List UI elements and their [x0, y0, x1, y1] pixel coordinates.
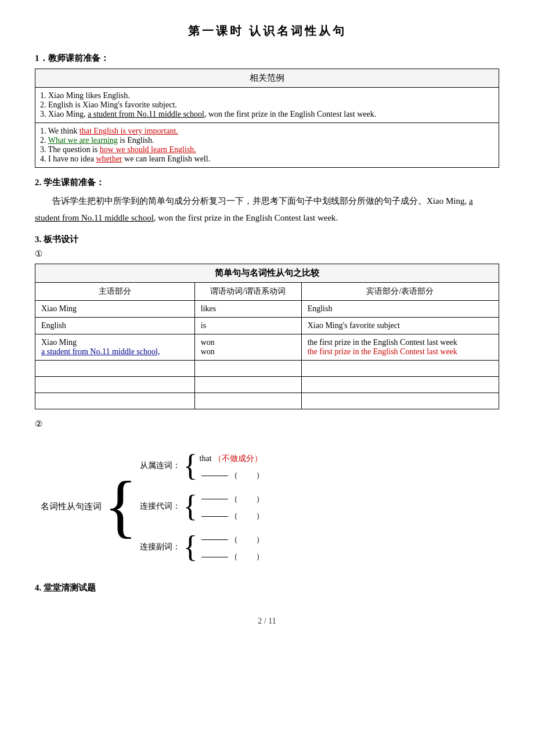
blank-field	[201, 539, 228, 540]
examples-table-title: 相关范例	[35, 69, 499, 88]
cell	[35, 393, 195, 409]
examples-table: 相关范例 1. Xiao Ming likes English. 2. Engl…	[35, 69, 499, 168]
cell: the first prize in the English Contest l…	[301, 334, 499, 361]
highlighted-text: What we are learning	[48, 136, 118, 145]
blank-field	[201, 499, 228, 499]
underline-text: a student from No.11 middle school	[35, 196, 473, 222]
row-label: 从属连词：	[140, 460, 181, 471]
page-footer: 2 / 11	[35, 617, 499, 626]
brace-sm-icon: {	[183, 532, 198, 561]
compare-table: 简单句与名词性从句之比较 主语部分 谓语动词/谓语系动词 宾语部分/表语部分 X…	[35, 264, 499, 409]
section4-header: 4. 堂堂清测试题	[35, 582, 499, 593]
sub-item: （ ）	[200, 548, 265, 565]
example-line: 4. I have no idea whether we can learn E…	[40, 154, 494, 164]
section1-header: 1．教师课前准备：	[35, 53, 499, 64]
underline-text: a student from No.11 middle school	[88, 110, 204, 118]
cell	[194, 393, 301, 409]
table-row: English is Xiao Ming's favorite subject	[35, 318, 499, 334]
cell: likes	[194, 301, 301, 318]
highlighted-text: how we should learn English.	[100, 145, 196, 154]
row-label: 连接副词：	[140, 542, 181, 552]
table-row: Xiao Ming a student from No.11 middle sc…	[35, 334, 499, 361]
group2-cell: 1. We think that English is very importa…	[35, 123, 499, 168]
group1-cell: 1. Xiao Ming likes English. 2. English i…	[35, 88, 499, 123]
cell	[35, 377, 195, 393]
cell	[35, 361, 195, 377]
example-line: 1. We think that English is very importa…	[40, 127, 494, 136]
word-that: that	[200, 450, 212, 467]
circle2-label: ②	[35, 419, 499, 429]
paren-text: （ ）	[230, 467, 265, 484]
diagram-mid: 从属连词： { that （不做成分） （ ） 连接代词： {	[140, 440, 264, 573]
example-line: 3. The question is how we should learn E…	[40, 145, 494, 154]
cell: wonwon	[194, 334, 301, 361]
table-row	[35, 377, 499, 393]
example-line: 1. Xiao Ming likes English.	[40, 91, 494, 100]
note-text: （不做成分）	[214, 450, 262, 467]
paren-text: （ ）	[230, 491, 265, 507]
cell: Xiao Ming a student from No.11 middle sc…	[35, 334, 195, 361]
paren-text: （ ）	[230, 531, 265, 548]
cell: Xiao Ming's favorite subject	[301, 318, 499, 334]
blank-field	[201, 516, 228, 517]
blank-field	[201, 476, 228, 476]
diagram-sub-2: （ ） （ ）	[200, 491, 265, 522]
table-row: Xiao Ming likes English	[35, 301, 499, 318]
col-header-2: 谓语动词/谓语系动词	[194, 283, 301, 301]
cell	[301, 377, 499, 393]
col-header-3: 宾语部分/表语部分	[301, 283, 499, 301]
cell	[194, 361, 301, 377]
cell	[301, 393, 499, 409]
cell: English	[35, 318, 195, 334]
diagram-section: 名词性从句连词 { 从属连词： { that （不做成分） （ ）	[35, 440, 499, 573]
diagram-row-2: 连接代词： { （ ） （ ）	[140, 491, 264, 522]
compare-table-title: 简单句与名词性从句之比较	[35, 264, 499, 283]
example-line: 2. What we are learning is English.	[40, 136, 494, 145]
example-line: 3. Xiao Ming, a student from No.11 middl…	[40, 110, 494, 119]
table-row	[35, 393, 499, 409]
sub-item: （ ）	[200, 467, 265, 484]
paren-text: （ ）	[230, 507, 265, 524]
cell: English	[301, 301, 499, 318]
sub-item: that （不做成分）	[200, 450, 265, 467]
sub-item: （ ）	[200, 491, 265, 507]
circle1-label: ①	[35, 249, 499, 259]
diagram-wrap: 名词性从句连词 { 从属连词： { that （不做成分） （ ）	[41, 440, 499, 573]
table-row	[35, 361, 499, 377]
table-row: 1. Xiao Ming likes English. 2. English i…	[35, 88, 499, 123]
table-row: 1. We think that English is very importa…	[35, 123, 499, 168]
diagram-main-label: 名词性从句连词	[41, 501, 102, 512]
sub-item: （ ）	[200, 507, 265, 524]
brace-sm-icon: {	[183, 451, 198, 480]
highlighted-text: whether	[96, 154, 122, 163]
cell	[194, 377, 301, 393]
brace-sm-icon: {	[183, 492, 198, 520]
section2-text: 告诉学生把初中所学到的简单句成分分析复习一下，并思考下面句子中划线部分所做的句子…	[35, 193, 499, 226]
col-header-1: 主语部分	[35, 283, 195, 301]
cell	[301, 361, 499, 377]
cell: is	[194, 318, 301, 334]
sub-item: （ ）	[200, 531, 265, 548]
section3-header: 3. 板书设计	[35, 234, 499, 245]
diagram-row-3: 连接副词： { （ ） （ ）	[140, 531, 264, 563]
section2-header: 2. 学生课前准备：	[35, 177, 499, 188]
red-text: the first prize in the English Contest l…	[308, 347, 457, 356]
diagram-sub-1: that （不做成分） （ ）	[200, 450, 265, 481]
paren-text: （ ）	[230, 548, 265, 565]
row-label: 连接代词：	[140, 501, 181, 512]
cell: Xiao Ming	[35, 301, 195, 318]
underline-text: a student from No.11 middle school,	[41, 347, 160, 356]
main-brace-icon: {	[104, 473, 138, 539]
blank-field	[201, 557, 228, 557]
diagram-row-1: 从属连词： { that （不做成分） （ ）	[140, 450, 264, 481]
page-title: 第一课时 认识名词性从句	[35, 23, 499, 39]
diagram-sub-3: （ ） （ ）	[200, 531, 265, 563]
example-line: 2. English is Xiao Ming's favorite subje…	[40, 100, 494, 110]
highlighted-text: that English is very important.	[80, 127, 178, 135]
